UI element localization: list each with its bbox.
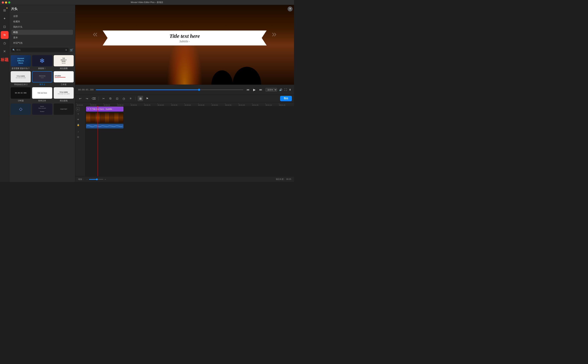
media-icon: ⊞ [3,8,6,12]
eye-icon[interactable]: 👁 [76,117,80,122]
close-button[interactable] [2,1,4,4]
play-button[interactable]: ▶ [252,87,257,92]
flag-button[interactable]: ⚑ [144,96,150,101]
template-simple-text[interactable]: Title text here 简单文本 [32,87,52,102]
video-track-row [84,113,294,124]
video-thumb-7 [114,113,119,123]
template-clean-line[interactable]: TITLE HERE AND SOME TEXT HERE 简洁直线 [54,87,74,102]
track-controls: + T 👁 🔒 ♪ ⊡ [75,106,84,176]
search-clear-icon[interactable]: ✕ [65,49,67,51]
fullscreen-button[interactable]: ⛶ [284,88,287,91]
sidebar-item-timing[interactable]: ◷ [1,39,9,47]
template-label-timer: 计时器 [18,99,24,102]
layers-icon[interactable]: ⊡ [76,135,80,139]
minimize-button[interactable] [5,1,7,4]
sidebar-item-tools[interactable]: ✕ [1,47,9,55]
ruler-mark-4: 00:00:20 [131,103,144,106]
help-button[interactable]: ? [288,6,293,11]
lock-icon[interactable]: 🔒 [76,123,80,127]
category-featured[interactable]: 精选 [11,30,73,35]
sidebar-item-media[interactable]: ⊞ [1,6,9,14]
template-timer[interactable]: 00:00:02:986 计时器 [11,87,31,102]
maximize-button[interactable] [8,1,10,4]
clock-button[interactable]: ◷ [121,96,127,101]
redo-button[interactable]: ↪ [84,96,90,101]
audio-track-row [84,124,294,129]
share-button[interactable]: ⬆ [289,88,291,91]
template-ribbon-text-2[interactable]: TITLE HEREAND SOME TEXT HERE 带线条的文本 2 [11,71,31,86]
filter-button[interactable]: ≡ [128,96,133,101]
video-thumb-6 [109,113,114,123]
titles-icon: Tr [3,33,6,36]
export-button[interactable]: 导出 [280,96,292,101]
search-input[interactable] [16,49,64,51]
video-track-clip[interactable] [86,113,123,123]
undo-button[interactable]: ↩ [78,96,83,101]
crop-button[interactable]: ⊡ [114,96,120,101]
toolbar: ↩ ↪ ⌫ ✂ ⧉ ⊡ ◷ ≡ ⊞ ⚑ 导出 [75,95,294,102]
audio-waveform [86,124,123,129]
template-credits[interactable]: DirectorName SurnameProducer [32,104,52,116]
video-thumb-5 [105,113,109,123]
volume-button[interactable]: 🔊 [279,88,282,91]
category-my[interactable]: 我的片头 [11,25,73,29]
clip-label: Tr Title text here - Subtitle - [90,108,113,110]
template-label-ribbon: 带线条的文本 2 [14,83,27,86]
ruler-mark-9: 00:00:45 [198,103,212,106]
playback-bar: 00:00:05.300 ⏮ ▶ ⏭ 16:9 ▾ 4:3 1:1 🔊 ⛶ ⬆ [75,84,294,95]
template-label-newpack: 新套装！ [38,67,46,70]
title-overlay: Title text here Subtitle - [103,31,267,46]
aspect-ratio-selector[interactable]: 16:9 ▾ 4:3 1:1 [265,88,277,91]
tools-icon: ✕ [3,49,6,53]
zoom-slider[interactable] [89,179,103,180]
timeline-content: + T 👁 🔒 ♪ ⊡ Tr [75,106,294,176]
bottom-bar: 缩放： － ＋ 项目长度： 00:25 [75,176,294,182]
toolbar-separator-1 [98,97,99,100]
project-length-label: 项目长度： 00:25 [276,178,291,181]
template-new-pack[interactable]: ❄ 新套装！ [32,55,52,70]
cart-icon[interactable]: 🛒 [70,48,73,52]
preview-subtitle: Subtitle - [180,40,190,43]
silhouette-right [233,49,261,84]
template-studio[interactable]: STUDIO ————— 工作室 [54,71,74,86]
cut-button[interactable]: ✂ [101,96,106,101]
ruler-mark-0: 00:00:00 [77,103,90,106]
preview-timeline[interactable] [96,89,243,90]
category-all[interactable]: 全部 [11,14,73,19]
prev-frame-button[interactable]: ⏮ [246,87,251,92]
template-thumb-timer: 00:00:02:986 [11,87,31,98]
title-track-clip[interactable]: Tr Tr Title text here - Subtitle - [86,106,123,111]
copy-button[interactable]: ⧉ [108,96,113,101]
template-perfect-intro[interactable]: THEPERFECTINTROEDITION 潮流圆圈 [54,55,74,70]
template-diamond[interactable]: ◇ [11,104,31,116]
add-track-button[interactable]: + [76,107,80,111]
template-thumb-studio: STUDIO ————— [54,71,74,82]
ruler-mark-12: 00:01:00 [239,103,252,106]
delete-button[interactable]: ⌫ [91,96,96,101]
category-bubble[interactable]: 对话气泡 [11,40,73,46]
next-frame-button[interactable]: ⏭ [258,87,263,92]
sidebar-item-filters[interactable]: ✦ [1,15,9,22]
category-basic[interactable]: 基本 [11,35,73,40]
template-label-ribbon2: 带子 2 [39,83,45,86]
template-thumb-store: movaviEffectsStore [11,55,31,66]
timeline-area: 00:00:00 00:00:05 00:00:10 00:00:15 00:0… [75,102,294,182]
sidebar-item-titles[interactable]: Tr [1,31,9,39]
template-thumb-snowflake: ❄ [32,55,52,66]
filters-icon: ✦ [3,17,6,20]
video-background: Title text here Subtitle - « » [75,5,294,84]
audio-track-clip[interactable] [86,124,123,129]
template-effects-store[interactable]: movaviEffectsStore 是否需要 更多片头？ [11,55,31,70]
ruler-mark-1: 00:00:05 [90,103,104,106]
template-thumb-diamond: ◇ [11,104,31,115]
category-favorites[interactable]: 收藏夹 [11,19,73,24]
template-ribbon-2[interactable]: Title text here Subtitle 带子 2 [32,71,52,86]
video-thumb-3 [96,113,100,123]
zoom-in-icon[interactable]: ＋ [104,178,106,181]
stabilize-button[interactable]: ⊞ [138,96,143,101]
template-your-text[interactable]: YOUR TEXT [54,104,74,116]
sidebar-item-transitions[interactable]: ⊡ [1,23,9,31]
preview-canvas: Title text here Subtitle - « » ? [75,5,294,84]
template-thumb-clean: TITLE HERE AND SOME TEXT HERE [54,87,74,98]
zoom-out-icon[interactable]: － [86,178,88,181]
